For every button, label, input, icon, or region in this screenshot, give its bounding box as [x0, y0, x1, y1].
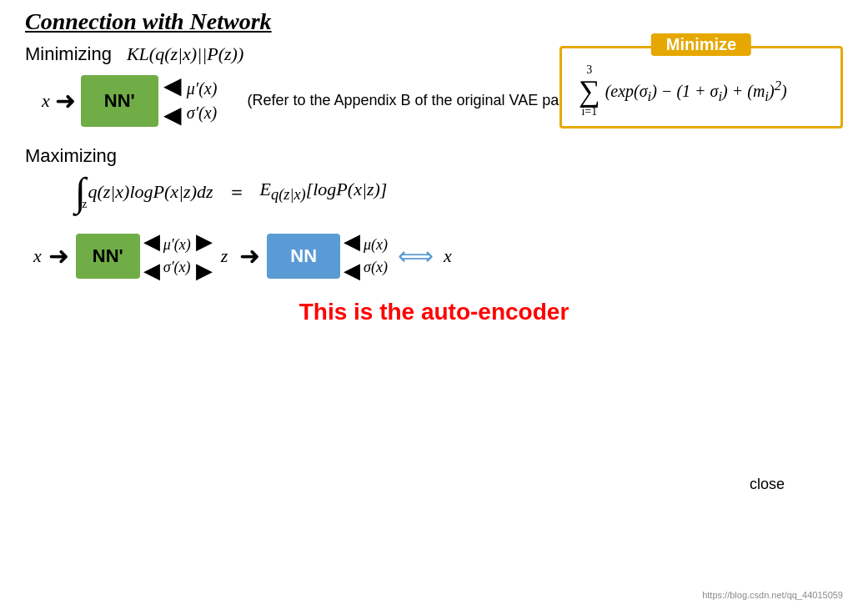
- integral-sub: z: [82, 198, 87, 211]
- nn-prime-label-bot: NN': [93, 245, 123, 266]
- mu-bot: μ(x): [364, 236, 388, 254]
- maximizing-label: Maximizing: [25, 145, 843, 167]
- equals-sign: ＝: [228, 179, 246, 204]
- autoencoder-text: This is the auto-encoder: [25, 299, 843, 325]
- nn-outputs-bot: μ(x) σ(x): [364, 236, 388, 276]
- nn-outputs-enc: μ′(x) σ′(x): [187, 79, 218, 123]
- nn-prime-box-bot: NN': [76, 234, 140, 279]
- nn-prime-box-enc: NN': [81, 75, 158, 127]
- page-container: Connection with Network Minimize 3 ∑ i=1…: [0, 0, 868, 610]
- arrow-x-to-nn: ➜: [55, 86, 76, 115]
- full-vae-diagram: x ➜ NN' ◀ ◀ μ′(x) σ′(x) ▶ ▶ z ➜ NN: [33, 229, 843, 284]
- nn-prime-label-enc: NN': [104, 90, 135, 111]
- integral-text: q(z|x)logP(x|z)dz: [88, 181, 213, 203]
- expectation-text: Eq(z|x)[logP(x|z)]: [260, 179, 388, 204]
- nn-prime-outputs-bot: μ′(x) σ′(x): [163, 236, 191, 276]
- close-double-arrow: ⟺: [398, 241, 434, 270]
- page-title: Connection with Network: [25, 8, 843, 35]
- watermark: https://blog.csdn.net/qq_44015059: [702, 590, 843, 600]
- minimize-label: Minimize: [651, 33, 751, 56]
- minimize-formula: 3 ∑ i=1 (exp(σi) − (1 + σi) + (mi)2): [579, 64, 787, 118]
- sigma-prime-bot: σ′(x): [163, 259, 191, 276]
- sigma-prime-enc: σ′(x): [187, 103, 218, 123]
- nn-output-arrows-enc: ◀ ◀: [163, 73, 182, 129]
- arrow-x-bot: ➜: [48, 241, 69, 270]
- maximizing-section: Maximizing ∫ z q(z|x)logP(x|z)dz ＝ Eq(z|…: [25, 145, 843, 212]
- mu-prime-enc: μ′(x): [187, 79, 218, 98]
- appendix-note: (Refer to the Appendix B of the original…: [247, 89, 585, 112]
- minimizing-label: Minimizing: [25, 43, 112, 65]
- nn-out-arrows: ◀ ◀: [344, 229, 360, 284]
- minimize-box: Minimize 3 ∑ i=1 (exp(σi) − (1 + σi) + (…: [559, 46, 843, 129]
- integral-formula: ∫ z q(z|x)logP(x|z)dz ＝ Eq(z|x)[logP(x|z…: [75, 172, 843, 212]
- close-label: close: [750, 476, 785, 493]
- sum-bottom: i=1: [581, 106, 597, 118]
- kl-formula: KL(q(z|x)||P(z)): [127, 43, 243, 65]
- z-var-bot: z: [221, 245, 228, 267]
- sum-symbol: 3 ∑ i=1: [579, 64, 600, 118]
- sigma-bot: σ(x): [364, 259, 388, 276]
- nn-prime-out-arrows: ◀ ◀: [143, 229, 160, 284]
- mu-prime-bot: μ′(x): [163, 236, 191, 254]
- minimize-formula-text: (exp(σi) − (1 + σi) + (mi)2): [605, 78, 787, 105]
- nn-label-bot: NN: [290, 245, 317, 266]
- x-var-final: x: [444, 245, 452, 267]
- arrow-z-to-nn: ➜: [239, 241, 260, 270]
- x-var-bot: x: [33, 245, 42, 267]
- nn-box-bot: NN: [267, 234, 340, 279]
- z-out-arrows: ▶ ▶: [196, 229, 213, 284]
- sum-sigma-sym: ∑: [579, 76, 600, 106]
- x-var-enc: x: [42, 90, 50, 112]
